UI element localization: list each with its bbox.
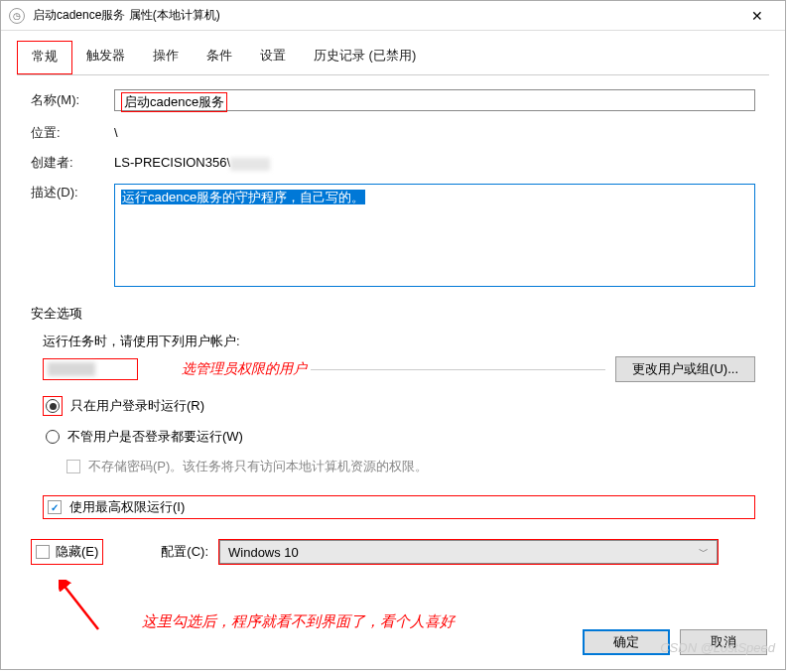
name-input[interactable]: 启动cadence服务: [114, 89, 755, 111]
user-account-field: [43, 358, 138, 380]
tab-actions[interactable]: 操作: [139, 41, 193, 74]
description-textarea[interactable]: 运行cadence服务的守护程序，自己写的。: [114, 184, 755, 287]
checkbox-hidden[interactable]: [36, 545, 50, 559]
config-select[interactable]: Windows 10 ﹀: [219, 540, 718, 564]
description-row: 描述(D): 运行cadence服务的守护程序，自己写的。: [17, 184, 769, 287]
annotation-hidden: 这里勾选后，程序就看不到界面了，看个人喜好: [142, 612, 455, 631]
creator-row: 创建者: LS-PRECISION356\: [17, 154, 769, 172]
bottom-config-row: 隐藏(E) 配置(C): Windows 10 ﹀: [31, 539, 755, 565]
hidden-label: 隐藏(E): [56, 543, 98, 561]
run-as-label: 运行任务时，请使用下列用户帐户:: [31, 333, 755, 350]
location-label: 位置:: [31, 124, 114, 142]
location-row: 位置: \: [17, 123, 769, 142]
clock-icon: ◷: [9, 8, 25, 24]
window-title: 启动cadence服务 属性(本地计算机): [33, 7, 737, 24]
censored-text: [230, 158, 270, 171]
no-store-pwd-row: 不存储密码(P)。该任务将只有访问本地计算机资源的权限。: [31, 458, 755, 475]
close-button[interactable]: ✕: [737, 2, 777, 30]
creator-label: 创建者:: [31, 154, 114, 172]
titlebar: ◷ 启动cadence服务 属性(本地计算机) ✕: [1, 1, 785, 31]
ok-button[interactable]: 确定: [583, 629, 670, 655]
location-value: \: [114, 123, 118, 142]
tab-general[interactable]: 常规: [18, 42, 71, 73]
user-account-row: 选管理员权限的用户 更改用户或组(U)...: [31, 356, 755, 382]
tab-triggers[interactable]: 触发器: [72, 41, 139, 74]
name-row: 名称(M): 启动cadence服务: [17, 89, 769, 111]
description-label: 描述(D):: [31, 184, 114, 202]
watermark: CSDN @LostSpeed: [660, 640, 775, 655]
svg-line-0: [63, 584, 98, 629]
no-store-pwd-label: 不存储密码(P)。该任务将只有访问本地计算机资源的权限。: [88, 458, 428, 475]
highest-priv-row: 使用最高权限运行(I): [31, 495, 755, 519]
censored-user: [48, 362, 95, 376]
checkbox-highest-priv[interactable]: [48, 500, 62, 514]
security-section: 安全选项 运行任务时，请使用下列用户帐户: 选管理员权限的用户 更改用户或组(U…: [17, 305, 769, 565]
config-label: 配置(C):: [161, 543, 208, 561]
radio-any-time[interactable]: [46, 430, 60, 444]
tab-settings[interactable]: 设置: [246, 41, 300, 74]
tab-conditions[interactable]: 条件: [193, 41, 246, 74]
highest-priv-label: 使用最高权限运行(I): [69, 498, 185, 516]
checkbox-no-store-pwd: [66, 460, 80, 473]
name-label: 名称(M):: [31, 91, 114, 109]
security-title: 安全选项: [31, 305, 755, 323]
radio-any-time-label: 不管用户是否登录都要运行(W): [67, 428, 243, 446]
radio-any-time-row: 不管用户是否登录都要运行(W): [31, 428, 755, 446]
creator-value: LS-PRECISION356\: [114, 155, 270, 170]
chevron-down-icon: ﹀: [699, 545, 709, 559]
annotation-user: 选管理员权限的用户: [182, 360, 307, 378]
arrow-annotation-icon: [59, 580, 108, 635]
properties-dialog: ◷ 启动cadence服务 属性(本地计算机) ✕ 常规 触发器 操作 条件 设…: [0, 0, 786, 670]
radio-logged-in[interactable]: [46, 399, 60, 413]
change-user-button[interactable]: 更改用户或组(U)...: [615, 356, 755, 382]
radio-logged-in-row: 只在用户登录时运行(R): [31, 396, 755, 416]
tab-bar: 常规 触发器 操作 条件 设置 历史记录 (已禁用): [17, 41, 769, 75]
tab-history[interactable]: 历史记录 (已禁用): [300, 41, 430, 74]
radio-logged-in-label: 只在用户登录时运行(R): [70, 397, 204, 415]
content-area: 常规 触发器 操作 条件 设置 历史记录 (已禁用) 名称(M): 启动cade…: [1, 31, 785, 581]
